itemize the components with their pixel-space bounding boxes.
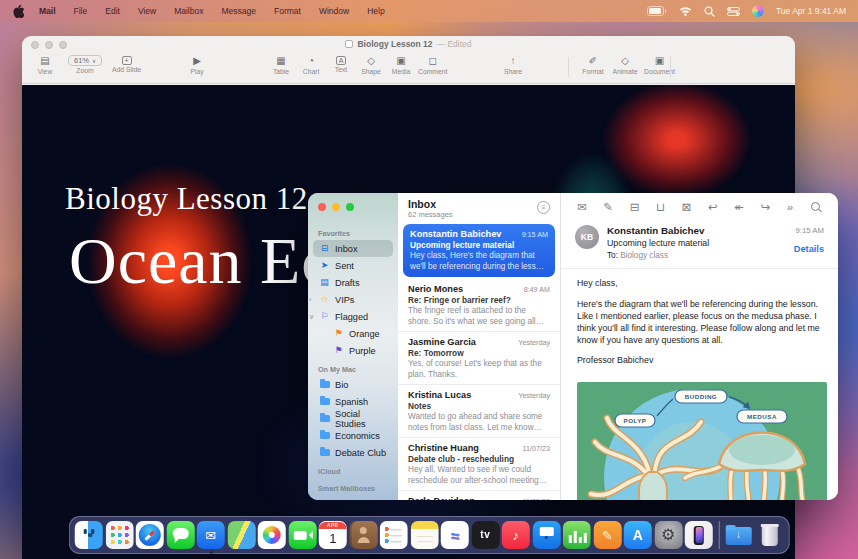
message-row[interactable]: Jasmine GarciaYesterdayRe: TomorrowYes, … — [398, 331, 560, 384]
dock-maps[interactable] — [227, 521, 255, 549]
menu-format[interactable]: Format — [265, 6, 310, 16]
dock-settings[interactable]: ⚙ — [654, 521, 682, 549]
dock-mail[interactable]: ✉ — [197, 521, 225, 549]
filter-icon[interactable]: ≡ — [537, 201, 550, 214]
menu-message[interactable]: Message — [212, 6, 265, 16]
chevron-icon[interactable]: › — [309, 296, 311, 303]
trash-icon[interactable]: ⊔ — [656, 200, 665, 214]
compose-icon[interactable]: ✎ — [603, 200, 613, 214]
mail-traffic-lights[interactable] — [318, 203, 354, 211]
menu-view[interactable]: View — [129, 6, 165, 16]
sidebar-item-economics[interactable]: Economics — [313, 427, 393, 444]
dock-numbers[interactable] — [563, 521, 591, 549]
dock-calendar[interactable]: APR1 — [319, 521, 347, 549]
dock-launchpad[interactable] — [105, 521, 133, 549]
minimize-button[interactable] — [332, 203, 340, 211]
dock-iphone[interactable] — [685, 521, 713, 549]
dock-reminders[interactable] — [380, 521, 408, 549]
sidebar-item-orange[interactable]: ⚑Orange — [313, 325, 393, 342]
reply-all-icon[interactable]: ↞ — [734, 200, 744, 214]
keynote-toolbar-media[interactable]: ▣Media — [388, 54, 414, 75]
message-row[interactable]: Christine Huang11/07/23Debate club - res… — [398, 437, 560, 490]
dock-keynote[interactable] — [532, 521, 560, 549]
dock-contacts[interactable] — [349, 521, 377, 549]
sidebar-item-inbox[interactable]: ⊟Inbox — [313, 240, 393, 257]
sidebar-item-sent[interactable]: ➤Sent — [313, 257, 393, 274]
keynote-toolbar-table[interactable]: ▦Table — [268, 54, 294, 75]
keynote-toolbar-play[interactable]: ▶Play — [184, 54, 210, 75]
sidebar-item-vips[interactable]: ›☆VIPs — [313, 291, 393, 308]
keynote-toolbar-text[interactable]: AText — [328, 54, 354, 75]
keynote-toolbar-format[interactable]: ✐Format — [580, 54, 606, 75]
dock-freeform[interactable]: ≈ — [441, 521, 469, 549]
zoom-button[interactable] — [346, 203, 354, 211]
dock-safari[interactable] — [136, 521, 164, 549]
zoom-button[interactable] — [59, 41, 67, 49]
minimize-button[interactable] — [45, 41, 53, 49]
message-time: 9:15 AM — [518, 230, 548, 239]
siri-icon[interactable] — [752, 5, 764, 17]
dock-music[interactable]: ♪ — [502, 521, 530, 549]
keynote-traffic-lights[interactable] — [31, 41, 67, 49]
keynote-toolbar-animate[interactable]: ◇Animate — [612, 54, 638, 75]
dock-facetime[interactable] — [288, 521, 316, 549]
close-button[interactable] — [31, 41, 39, 49]
message-row[interactable]: Nerio Mones8:49 AMRe: Fringe or barrier … — [398, 279, 560, 331]
apple-menu-icon[interactable] — [12, 4, 24, 18]
dock-appstore[interactable]: A — [624, 521, 652, 549]
dock-pages[interactable]: ✎ — [593, 521, 621, 549]
forward-icon[interactable]: ↪ — [761, 200, 771, 214]
get-mail-icon[interactable]: ✉ — [577, 200, 587, 214]
keynote-toolbar-zoom[interactable]: 61%∨Zoom — [68, 54, 102, 75]
close-button[interactable] — [318, 203, 326, 211]
keynote-toolbar-shape[interactable]: ◇Shape — [358, 54, 384, 75]
keynote-toolbar-view[interactable]: ▤View — [32, 54, 58, 75]
folder-icon — [320, 415, 330, 422]
menu-mail[interactable]: Mail — [30, 6, 65, 16]
table-icon: ▦ — [276, 54, 285, 67]
keynote-toolbar-share[interactable]: ↑Share — [500, 54, 526, 75]
sidebar-item-purple[interactable]: ⚑Purple — [313, 342, 393, 359]
sidebar-item-spanish[interactable]: Spanish — [313, 393, 393, 410]
dock-notes[interactable] — [410, 521, 438, 549]
more-icon[interactable]: » — [787, 200, 793, 214]
sidebar-item-flagged[interactable]: ∨⚐Flagged — [313, 308, 393, 325]
details-link[interactable]: Details — [794, 244, 824, 254]
message-selected[interactable]: Konstantin Babichev9:15 AMUpcoming lectu… — [403, 224, 555, 277]
wifi-icon[interactable] — [679, 6, 692, 16]
sidebar-item-bio[interactable]: Bio — [313, 376, 393, 393]
chevron-icon[interactable]: ∨ — [309, 313, 314, 321]
dock-photos[interactable] — [258, 521, 286, 549]
sidebar-item-social-studies[interactable]: Social Studies — [313, 410, 393, 427]
search-icon[interactable] — [704, 6, 715, 17]
recipient-line: To: Biology class — [607, 251, 709, 260]
menu-help[interactable]: Help — [358, 6, 393, 16]
archive-icon[interactable]: ⊟ — [630, 200, 640, 214]
message-body: Hey class,Here's the diagram that we'll … — [561, 269, 838, 382]
dock-messages[interactable] — [166, 521, 194, 549]
reply-icon[interactable]: ↩ — [708, 200, 718, 214]
sidebar-item-drafts[interactable]: ▤Drafts — [313, 274, 393, 291]
keynote-toolbar-chart[interactable]: ◔Chart — [298, 54, 324, 75]
zoom-level-pill[interactable]: 61%∨ — [68, 55, 102, 66]
menu-mailbox[interactable]: Mailbox — [165, 6, 212, 16]
sidebar-item-debate-club[interactable]: Debate Club — [313, 444, 393, 461]
keynote-toolbar-add-slide[interactable]: +Add Slide — [112, 54, 141, 75]
menu-window[interactable]: Window — [310, 6, 358, 16]
control-center-icon[interactable] — [727, 7, 740, 16]
dock-appletv[interactable]: tv — [471, 521, 499, 549]
message-row[interactable]: Kristina LucasYesterdayNotesWanted to go… — [398, 384, 560, 437]
menu-file[interactable]: File — [65, 6, 97, 16]
battery-icon[interactable] — [647, 6, 667, 16]
message-row[interactable]: Darla Davidson11/05/23Tomorrow's classAs… — [398, 490, 560, 500]
junk-icon[interactable]: ⊠ — [682, 200, 692, 214]
dock-finder[interactable] — [75, 521, 103, 549]
dock-trash[interactable] — [755, 521, 783, 549]
search-icon[interactable] — [810, 201, 822, 213]
menu-bar-clock[interactable]: Tue Apr 1 9:41 AM — [776, 6, 846, 16]
menu-edit[interactable]: Edit — [96, 6, 129, 16]
chevron-down-icon: ∨ — [92, 58, 96, 64]
dock-downloads[interactable]: ↓ — [725, 521, 753, 549]
keynote-toolbar-comment[interactable]: ◻Comment — [418, 54, 447, 75]
document-icon: ▣ — [655, 54, 664, 67]
